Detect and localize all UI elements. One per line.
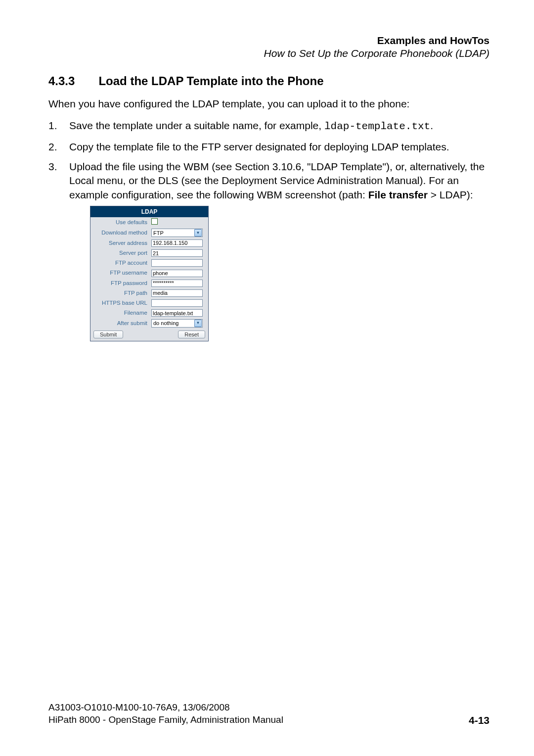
ldap-panel-title: LDAP <box>90 206 208 217</box>
step-2: Copy the template file to the FTP server… <box>48 140 490 154</box>
input-ftp-username[interactable] <box>151 270 203 277</box>
label-filename: Filename <box>90 308 149 318</box>
footer-page-number: 4-13 <box>469 714 490 726</box>
reset-button[interactable]: Reset <box>178 331 205 338</box>
step-1: Save the template under a suitable name,… <box>48 119 490 134</box>
label-ftp-username: FTP username <box>90 268 149 278</box>
label-server-port: Server port <box>90 248 149 258</box>
section-number: 4.3.3 <box>48 74 75 88</box>
step-1-text-a: Save the template under a suitable name,… <box>69 120 324 131</box>
page-footer: A31003-O1010-M100-10-76A9, 13/06/2008 Hi… <box>48 701 490 726</box>
label-ftp-password: FTP password <box>90 278 149 288</box>
input-ftp-password[interactable] <box>151 280 203 287</box>
input-ftp-path[interactable] <box>151 289 203 297</box>
header-title: Examples and HowTos <box>48 35 490 47</box>
page-header: Examples and HowTos How to Set Up the Co… <box>48 35 490 59</box>
ldap-panel: LDAP Use defaults Download method FTP ▼ <box>90 206 209 341</box>
input-server-address[interactable] <box>151 239 203 247</box>
ldap-table: Use defaults Download method FTP ▼ <box>90 217 208 329</box>
footer-left: A31003-O1010-M100-10-76A9, 13/06/2008 Hi… <box>48 701 283 726</box>
chevron-down-icon: ▼ <box>194 320 202 327</box>
step-3-text-b: > LDAP): <box>428 189 473 200</box>
footer-doc-title: HiPath 8000 - OpenStage Family, Administ… <box>48 713 283 726</box>
label-ftp-account: FTP account <box>90 258 149 268</box>
steps-list: Save the template under a suitable name,… <box>48 119 490 347</box>
section-heading: 4.3.3Load the LDAP Template into the Pho… <box>48 74 490 88</box>
select-download-method-value: FTP <box>153 230 164 237</box>
step-2-text: Copy the template file to the FTP server… <box>69 141 449 152</box>
step-1-text-b: . <box>430 120 433 131</box>
step-3-bold: File transfer <box>368 189 428 200</box>
input-server-port[interactable] <box>151 249 203 257</box>
intro-text: When you have configured the LDAP templa… <box>48 97 490 111</box>
select-download-method[interactable]: FTP ▼ <box>151 229 203 237</box>
label-server-address: Server address <box>90 238 149 248</box>
label-ftp-path: FTP path <box>90 288 149 298</box>
label-download-method: Download method <box>90 228 149 238</box>
step-1-code: ldap-template.txt <box>324 121 430 132</box>
footer-doc-id: A31003-O1010-M100-10-76A9, 13/06/2008 <box>48 701 283 714</box>
section-title: Load the LDAP Template into the Phone <box>98 74 323 88</box>
submit-button[interactable]: Submit <box>93 331 123 338</box>
select-after-submit-value: do nothing <box>153 320 178 327</box>
input-ftp-account[interactable] <box>151 259 203 267</box>
select-after-submit[interactable]: do nothing ▼ <box>151 319 203 328</box>
label-after-submit: After submit <box>90 318 149 329</box>
header-subtitle: How to Set Up the Corporate Phonebook (L… <box>48 47 490 59</box>
label-https-base-url: HTTPS base URL <box>90 298 149 308</box>
checkbox-use-defaults[interactable] <box>151 218 158 225</box>
label-use-defaults: Use defaults <box>90 217 149 228</box>
input-https-base-url[interactable] <box>151 299 203 307</box>
input-filename[interactable] <box>151 309 203 317</box>
ldap-buttons: Submit Reset <box>90 329 208 341</box>
chevron-down-icon: ▼ <box>194 229 202 236</box>
step-3: Upload the file using the WBM (see Secti… <box>48 160 490 341</box>
